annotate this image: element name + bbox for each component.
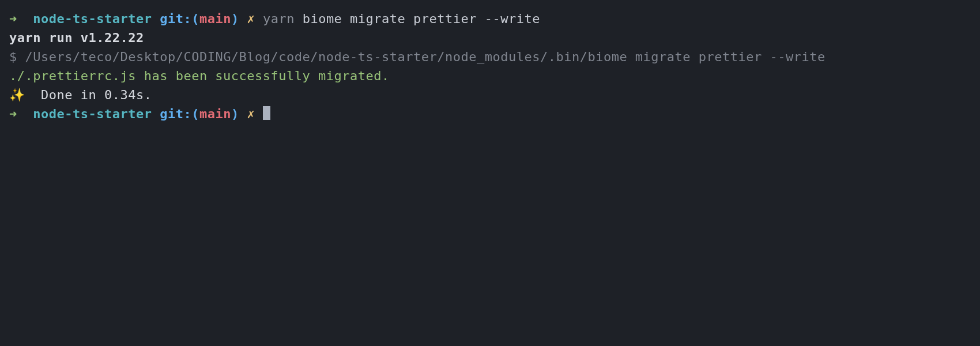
git-paren-close: )	[231, 12, 239, 26]
git-label: git:	[160, 107, 191, 121]
prompt-line-2: ➜ node-ts-starter git:(main) ✗	[9, 104, 971, 123]
prompt-directory: node-ts-starter	[33, 107, 152, 121]
prompt-line-1: ➜ node-ts-starter git:(main) ✗ yarn biom…	[9, 9, 971, 28]
prompt-directory: node-ts-starter	[33, 12, 152, 26]
migrated-file: ./.prettierrc.js	[9, 69, 136, 83]
exec-prefix: $	[9, 50, 25, 64]
terminal[interactable]: ➜ node-ts-starter git:(main) ✗ yarn biom…	[9, 9, 971, 123]
git-paren-open: (	[191, 12, 199, 26]
sparkle-icon: ✨	[9, 88, 25, 102]
migration-message: has been successfully migrated.	[136, 69, 390, 83]
git-dirty-icon: ✗	[247, 107, 255, 121]
migration-line: ./.prettierrc.js has been successfully m…	[9, 66, 971, 85]
done-line: ✨ Done in 0.34s.	[9, 85, 971, 104]
command-rest: biome migrate prettier --write	[303, 12, 540, 26]
git-branch: main	[199, 12, 231, 26]
git-paren-close: )	[231, 107, 239, 121]
exec-path-line: $ /Users/teco/Desktop/CODING/Blog/code/n…	[9, 47, 971, 66]
done-text: Done in 0.34s.	[25, 88, 152, 102]
git-label: git:	[160, 12, 191, 26]
prompt-arrow-icon: ➜	[9, 12, 17, 26]
cursor[interactable]	[263, 106, 270, 120]
prompt-arrow-icon: ➜	[9, 107, 17, 121]
git-dirty-icon: ✗	[247, 12, 255, 26]
yarn-version-line: yarn run v1.22.22	[9, 28, 971, 47]
exec-path: /Users/teco/Desktop/CODING/Blog/code/nod…	[25, 50, 826, 64]
git-branch: main	[199, 107, 231, 121]
git-paren-open: (	[191, 107, 199, 121]
command-first-word: yarn	[263, 12, 295, 26]
